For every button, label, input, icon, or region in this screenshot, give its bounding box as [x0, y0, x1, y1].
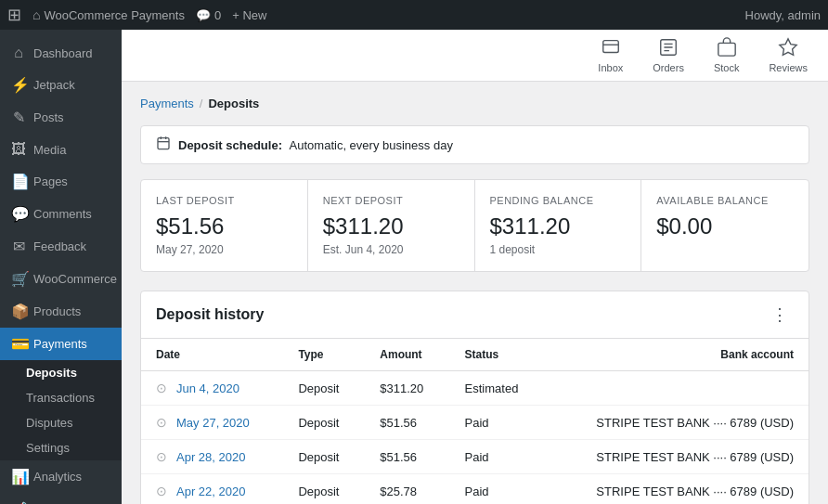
stat-value: $51.56 [156, 213, 292, 239]
stat-sub: 1 deposit [490, 243, 627, 256]
woocommerce-icon: 🛒 [11, 270, 26, 288]
svg-marker-3 [780, 39, 796, 55]
sidebar-item-jetpack[interactable]: ⚡ Jetpack [0, 69, 122, 101]
new-item[interactable]: + New [232, 8, 266, 22]
transactions-label: Transactions [26, 391, 95, 405]
sidebar-sub-disputes[interactable]: Disputes [0, 410, 122, 435]
table-row: ⊙ Apr 28, 2020 Deposit $51.56 Paid STRIP… [141, 440, 809, 474]
td-date: ⊙ Jun 4, 2020 [141, 371, 283, 406]
clock-icon: ⊙ [156, 449, 167, 464]
sidebar-item-media[interactable]: 🖼 Media [0, 134, 122, 165]
td-status: Paid [450, 474, 547, 505]
stock-action[interactable]: Stock [708, 33, 745, 77]
sidebar-label: WooCommerce [33, 272, 117, 286]
date-link[interactable]: Apr 28, 2020 [176, 450, 245, 464]
sidebar-item-analytics[interactable]: 📊 Analytics [0, 460, 122, 493]
td-type: Deposit [283, 371, 365, 406]
inbox-action[interactable]: Inbox [592, 33, 628, 77]
sidebar-item-products[interactable]: 📦 Products [0, 295, 122, 328]
wp-logo-icon[interactable]: ⊞ [7, 5, 21, 25]
date-link[interactable]: May 27, 2020 [176, 416, 250, 430]
table-row: ⊙ Jun 4, 2020 Deposit $311.20 Estimated [141, 371, 809, 406]
orders-label: Orders [653, 62, 684, 73]
marketing-icon: 📣 [11, 500, 26, 504]
stat-sub: Est. Jun 4, 2020 [323, 243, 459, 256]
comment-icon: 💬 [196, 8, 211, 22]
calendar-icon [156, 136, 171, 154]
sidebar-item-posts[interactable]: ✎ Posts [0, 101, 122, 134]
td-bank [546, 371, 809, 406]
site-name-label: WooCommerce Payments [44, 8, 184, 22]
stat-label: PENDING BALANCE [490, 195, 627, 206]
analytics-icon: 📊 [11, 468, 26, 485]
td-date: ⊙ Apr 28, 2020 [141, 440, 283, 474]
clock-icon: ⊙ [156, 415, 167, 430]
breadcrumb: Payments / Deposits [140, 97, 809, 110]
sidebar-sub-transactions[interactable]: Transactions [0, 385, 122, 410]
schedule-label-text: Deposit schedule: [178, 138, 282, 152]
td-amount: $51.56 [365, 406, 449, 440]
table-row: ⊙ May 27, 2020 Deposit $51.56 Paid STRIP… [141, 406, 809, 440]
page-content: Payments / Deposits Deposit schedule: Au… [122, 82, 828, 504]
date-link[interactable]: Apr 22, 2020 [176, 485, 245, 498]
stat-next-deposit: NEXT DEPOSIT $311.20 Est. Jun 4, 2020 [308, 180, 475, 271]
sidebar-item-pages[interactable]: 📄 Pages [0, 165, 122, 198]
col-type: Type [283, 339, 365, 371]
td-status: Paid [450, 440, 547, 474]
breadcrumb-current: Deposits [208, 97, 259, 110]
td-status: Paid [450, 406, 547, 440]
home-icon: ⌂ [32, 7, 40, 22]
col-amount: Amount [365, 339, 449, 371]
sidebar-item-dashboard[interactable]: ⌂ Dashboard [0, 37, 122, 69]
sidebar-label: Dashboard [33, 46, 93, 60]
comment-count: 0 [214, 8, 221, 22]
stat-label: LAST DEPOSIT [156, 195, 292, 206]
media-icon: 🖼 [11, 141, 26, 158]
sidebar-label: Posts [33, 110, 64, 124]
payments-submenu: Deposits Transactions Disputes Settings [0, 360, 122, 460]
td-bank: STRIPE TEST BANK ···· 6789 (USD) [546, 440, 809, 474]
td-type: Deposit [283, 440, 365, 474]
sidebar-sub-settings[interactable]: Settings [0, 435, 122, 460]
comments-item[interactable]: 💬 0 [196, 8, 221, 22]
stock-label: Stock [714, 62, 740, 73]
clock-icon: ⊙ [156, 381, 167, 395]
date-link[interactable]: Jun 4, 2020 [176, 381, 239, 395]
inbox-label: Inbox [598, 62, 623, 73]
stat-sub: May 27, 2020 [156, 243, 292, 256]
deposit-history-card: Deposit history ⋮ Date Type Amount Statu… [140, 291, 809, 504]
sidebar-sub-deposits[interactable]: Deposits [0, 360, 122, 385]
table-title: Deposit history [156, 306, 264, 323]
table-menu-button[interactable]: ⋮ [766, 303, 794, 327]
stat-value: $311.20 [490, 213, 627, 239]
td-date: ⊙ Apr 22, 2020 [141, 474, 283, 505]
orders-action[interactable]: Orders [647, 33, 690, 77]
sidebar-item-comments[interactable]: 💬 Comments [0, 198, 122, 230]
sidebar-label: Products [33, 304, 81, 318]
reviews-action[interactable]: Reviews [763, 33, 813, 77]
howdy-text: Howdy, admin [745, 8, 821, 22]
new-label: + New [232, 8, 266, 22]
disputes-label: Disputes [26, 416, 73, 430]
sidebar-label: Feedback [33, 239, 86, 253]
sidebar-item-woocommerce[interactable]: 🛒 WooCommerce [0, 263, 122, 295]
stat-last-deposit: LAST DEPOSIT $51.56 May 27, 2020 [141, 180, 308, 271]
reviews-label: Reviews [769, 62, 808, 73]
table-header: Deposit history ⋮ [141, 291, 809, 339]
sidebar-item-feedback[interactable]: ✉ Feedback [0, 230, 122, 263]
sidebar-label: Payments [33, 337, 87, 351]
td-status: Estimated [450, 371, 547, 406]
col-bank: Bank account [546, 339, 809, 371]
dashboard-icon: ⌂ [11, 45, 26, 61]
td-type: Deposit [283, 406, 365, 440]
site-name[interactable]: ⌂ WooCommerce Payments [32, 7, 185, 22]
sidebar-item-payments[interactable]: 💳 Payments [0, 328, 122, 360]
sidebar-item-marketing[interactable]: 📣 Marketing [0, 493, 122, 504]
stat-label: NEXT DEPOSIT [323, 195, 459, 206]
breadcrumb-parent-link[interactable]: Payments [140, 97, 194, 110]
table-row: ⊙ Apr 22, 2020 Deposit $25.78 Paid STRIP… [141, 474, 809, 505]
orders-icon [658, 37, 679, 60]
svg-rect-0 [603, 41, 619, 53]
stat-pending-balance: PENDING BALANCE $311.20 1 deposit [475, 180, 642, 271]
stat-value: $0.00 [656, 213, 794, 239]
